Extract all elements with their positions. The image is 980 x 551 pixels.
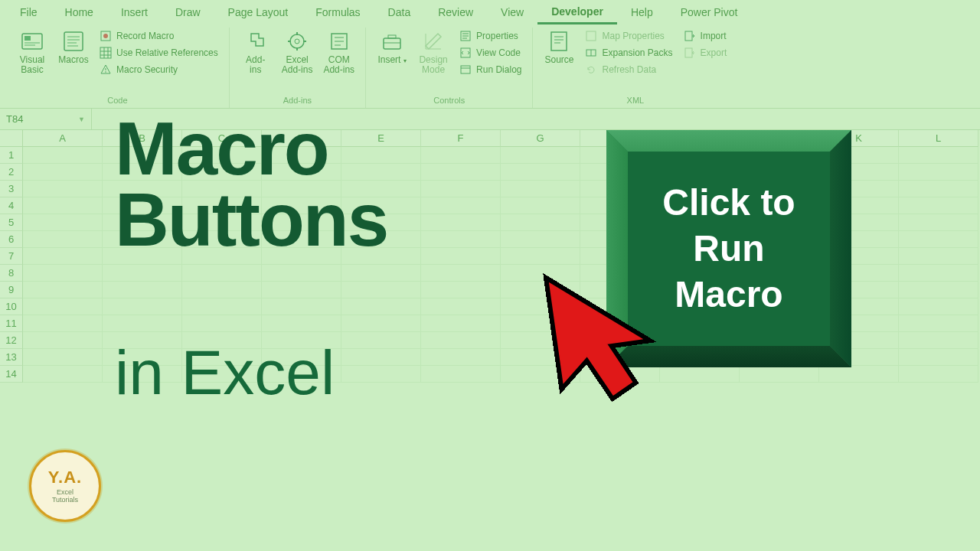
row-header[interactable]: 6 [0, 231, 23, 248]
cell[interactable] [421, 349, 501, 366]
cell[interactable] [23, 147, 103, 164]
row-header[interactable]: 7 [0, 248, 23, 265]
select-all-corner[interactable] [0, 130, 23, 147]
cell[interactable] [23, 366, 103, 383]
row-header[interactable]: 5 [0, 214, 23, 231]
row-header[interactable]: 13 [0, 349, 23, 366]
cell[interactable] [501, 164, 580, 181]
tab-insert[interactable]: Insert [107, 2, 162, 23]
cell[interactable] [819, 366, 899, 383]
cell[interactable] [341, 332, 421, 349]
tab-power-pivot[interactable]: Power Pivot [667, 2, 752, 23]
cell[interactable] [421, 332, 501, 349]
cell[interactable] [421, 231, 501, 248]
cell[interactable] [341, 282, 421, 298]
row-header[interactable]: 8 [0, 265, 23, 282]
record-macro-button[interactable]: Record Macro [96, 29, 221, 43]
cell[interactable] [23, 332, 103, 349]
cell[interactable] [899, 349, 978, 366]
row-header[interactable]: 11 [0, 315, 23, 332]
column-header[interactable]: G [501, 130, 580, 147]
use-relative-button[interactable]: Use Relative References [96, 46, 221, 60]
cell[interactable] [23, 248, 103, 265]
com-addins-button[interactable]: COM Add-ins [320, 28, 358, 77]
cell[interactable] [182, 298, 262, 315]
tab-home[interactable]: Home [51, 2, 107, 23]
cell[interactable] [899, 332, 978, 349]
cell[interactable] [23, 164, 103, 181]
cell[interactable] [421, 164, 501, 181]
tab-help[interactable]: Help [617, 2, 667, 23]
cell[interactable] [262, 315, 341, 332]
cell[interactable] [740, 366, 819, 383]
source-button[interactable]: Source [541, 28, 577, 67]
cell[interactable] [899, 197, 978, 214]
cell[interactable] [103, 298, 182, 315]
cell[interactable] [421, 282, 501, 298]
cell[interactable] [421, 147, 501, 164]
tab-developer[interactable]: Developer [537, 1, 617, 24]
cell[interactable] [501, 197, 580, 214]
cell[interactable] [421, 298, 501, 315]
cell[interactable] [262, 282, 341, 298]
cell[interactable] [501, 231, 580, 248]
run-dialog-button[interactable]: Run Dialog [456, 63, 524, 77]
refresh-data-button[interactable]: Refresh Data [582, 63, 675, 77]
row-header[interactable]: 9 [0, 282, 23, 298]
cell[interactable] [23, 298, 103, 315]
cell[interactable] [262, 298, 341, 315]
cell[interactable] [182, 282, 262, 298]
cell[interactable] [899, 231, 978, 248]
cell[interactable] [421, 197, 501, 214]
row-header[interactable]: 14 [0, 366, 23, 383]
cell[interactable] [341, 349, 421, 366]
cell[interactable] [421, 366, 501, 383]
column-header[interactable]: L [899, 130, 978, 147]
macros-button[interactable]: Macros [55, 28, 92, 67]
cell[interactable] [103, 315, 182, 332]
cell[interactable] [23, 197, 103, 214]
column-header[interactable]: F [421, 130, 501, 147]
cell[interactable] [23, 315, 103, 332]
cell[interactable] [899, 366, 978, 383]
excel-addins-button[interactable]: Excel Add-ins [279, 28, 316, 77]
cell[interactable] [341, 298, 421, 315]
cell[interactable] [182, 315, 262, 332]
cell[interactable] [23, 349, 103, 366]
map-properties-button[interactable]: Map Properties [582, 29, 675, 43]
cell[interactable] [899, 147, 978, 164]
name-box[interactable]: T84 ▼ [0, 109, 92, 129]
cell[interactable] [899, 315, 978, 332]
row-header[interactable]: 10 [0, 298, 23, 315]
row-header[interactable]: 12 [0, 332, 23, 349]
tab-page-layout[interactable]: Page Layout [214, 2, 302, 23]
cell[interactable] [501, 147, 580, 164]
row-header[interactable]: 3 [0, 181, 23, 197]
tab-data[interactable]: Data [374, 2, 425, 23]
cell[interactable] [421, 181, 501, 197]
row-header[interactable]: 2 [0, 164, 23, 181]
cell[interactable] [23, 231, 103, 248]
design-mode-button[interactable]: Design Mode [415, 28, 452, 77]
cell[interactable] [103, 282, 182, 298]
row-header[interactable]: 1 [0, 147, 23, 164]
cell[interactable] [23, 214, 103, 231]
cell[interactable] [899, 248, 978, 265]
column-header[interactable]: A [23, 130, 103, 147]
cell[interactable] [899, 181, 978, 197]
insert-button[interactable]: Insert ▾ [374, 28, 410, 67]
expansion-packs-button[interactable]: Expansion Packs [582, 46, 675, 60]
cell[interactable] [341, 315, 421, 332]
cell[interactable] [23, 181, 103, 197]
cell[interactable] [341, 366, 421, 383]
tab-draw[interactable]: Draw [162, 2, 214, 23]
cell[interactable] [421, 315, 501, 332]
cell[interactable] [421, 248, 501, 265]
tab-formulas[interactable]: Formulas [302, 2, 374, 23]
cell[interactable] [262, 265, 341, 282]
cell[interactable] [899, 265, 978, 282]
cell[interactable] [899, 298, 978, 315]
cell[interactable] [899, 164, 978, 181]
macro-security-button[interactable]: Macro Security [96, 63, 221, 77]
properties-button[interactable]: Properties [456, 29, 524, 43]
